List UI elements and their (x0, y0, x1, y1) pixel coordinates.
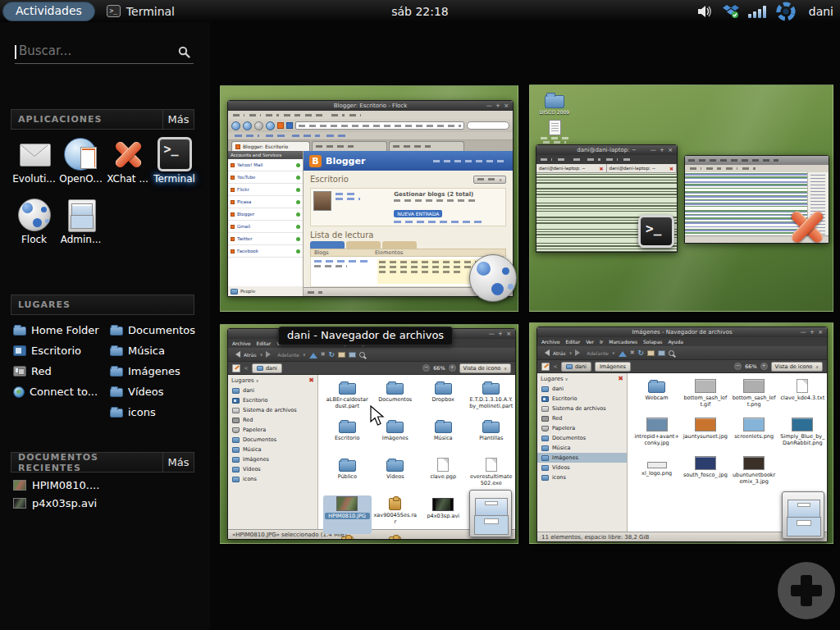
add-workspace-button[interactable] (778, 562, 835, 619)
sidebar-place-item[interactable]: Imágenes (537, 453, 627, 463)
sidebar-place-item[interactable]: Escritorio (537, 394, 627, 404)
file-item[interactable]: xl_logo.png (632, 455, 681, 494)
sidebar-place-item[interactable]: dani (537, 384, 627, 394)
sidebar-place-item[interactable]: icons (228, 474, 317, 484)
dropbox-icon[interactable] (723, 4, 739, 19)
terminal-tab[interactable]: dani@dani-laptop: ~ ✖ (536, 164, 607, 172)
people-row[interactable]: People (228, 286, 303, 296)
refresh-icon[interactable]: ↻ (638, 349, 645, 357)
file-item[interactable]: jauntysunset.jpg (681, 417, 729, 455)
edit-location-icon[interactable] (232, 364, 240, 372)
desktop-folder-icon[interactable]: DISCO 2009 (532, 95, 578, 115)
zoom-in-button[interactable]: + (760, 363, 768, 370)
place-item[interactable]: Imágenes (110, 361, 203, 381)
search-input[interactable] (15, 43, 162, 58)
file-item[interactable]: ru-wog3.rar (323, 534, 372, 540)
sidebar-place-item[interactable]: Vídeos (228, 464, 317, 474)
file-item[interactable]: bottom_sash_left.png (730, 378, 778, 417)
place-item[interactable]: Connect to... (13, 381, 108, 402)
browser-tab-active[interactable]: Blogger: Escritorio (231, 141, 310, 151)
workspace-thumbnail-3[interactable]: — + × ArchivoEditarVerIrMarcadoresSolapa… (220, 324, 518, 544)
zoom-in-button[interactable]: + (449, 364, 456, 372)
recent-document-item[interactable]: p4x03sp.avi (13, 494, 99, 512)
sidebar-place-item[interactable]: Sistema de archivos (228, 405, 317, 415)
sidebar-place-item[interactable]: Vídeos (537, 463, 627, 472)
breadcrumb-imagenes[interactable]: Imágenes (595, 362, 631, 372)
account-item[interactable]: Twitter (228, 233, 303, 245)
workspace-thumbnail-2[interactable]: DISCO 2009 dani@dani-laptop: ~ — + × dan… (529, 84, 833, 312)
search-box[interactable] (15, 43, 194, 64)
sidebar-place-item[interactable]: dani (228, 386, 317, 395)
file-item[interactable]: ubuntunetbookremix_3.jpg (730, 455, 778, 494)
account-item[interactable]: Facebook (228, 245, 303, 258)
up-icon[interactable] (619, 347, 627, 357)
file-manager-window-imagenes[interactable]: Imágenes - Navegador de archivos — + × A… (536, 326, 828, 542)
tab-close-icon[interactable]: ✖ (669, 166, 673, 171)
language-dropdown[interactable]: ∨ (473, 176, 506, 184)
menu-item[interactable]: Ir (600, 339, 603, 345)
close-sidebar-icon[interactable]: ✖ (308, 377, 314, 384)
activities-button[interactable]: Actividades (2, 2, 95, 21)
file-item[interactable]: Escritorio (323, 418, 372, 457)
account-item[interactable]: Blogger (228, 208, 303, 221)
recent-documents-more-button[interactable]: Más (162, 453, 194, 472)
refresh-icon[interactable]: ↻ (329, 350, 336, 358)
network-signal-icon[interactable] (748, 5, 766, 18)
app-launcher[interactable]: Evoluti... (11, 137, 57, 185)
reading-list-tab[interactable] (382, 241, 417, 249)
forward-button[interactable] (243, 121, 252, 130)
file-item[interactable]: Simply_Blue_by_DanRabbit.png (778, 417, 827, 455)
menu-item[interactable]: Archivo (541, 339, 559, 345)
back-icon[interactable] (541, 349, 550, 356)
shutter-swirl-icon[interactable] (775, 1, 797, 22)
sidebar-place-item[interactable]: Documentos (228, 435, 317, 445)
app-launcher[interactable]: Admin... (57, 198, 104, 245)
file-item[interactable]: aLBEr-caldostardust.part (323, 380, 372, 418)
file-manager-window-dani[interactable]: — + × ArchivoEditarVerIrMarcadoresSolapa… (227, 328, 516, 540)
terminal-window[interactable]: dani@dani-laptop: ~ — + × dani@dani-lapt… (536, 144, 678, 253)
sidebar-place-item[interactable]: Papelera (537, 423, 627, 433)
edit-location-icon[interactable] (541, 363, 550, 371)
account-item[interactable]: Gmail (228, 221, 303, 233)
clock[interactable]: sáb 22:18 (391, 5, 449, 18)
menu-item[interactable]: Editar (256, 340, 271, 346)
reading-list-tab[interactable] (346, 241, 381, 249)
sidebar-place-item[interactable]: Red (228, 415, 317, 425)
file-item[interactable]: south_fosco_.jpg (681, 455, 729, 494)
search-icon[interactable] (669, 350, 674, 356)
file-item[interactable]: clave_kde4.3.txt (778, 378, 827, 417)
sidebar-place-item[interactable]: Sistema de archivos (537, 404, 627, 413)
menu-item[interactable]: Marcadores (609, 339, 637, 345)
file-item[interactable]: screenlets.png (730, 417, 778, 455)
sidebar-place-item[interactable]: Documentos (537, 433, 627, 443)
sidebar-place-item[interactable]: icons (537, 472, 627, 482)
home-button[interactable] (266, 121, 275, 130)
file-item[interactable]: intrepid+avant+conky.jpg (632, 417, 681, 455)
home-icon[interactable] (647, 350, 655, 356)
app-launcher[interactable]: OpenO... (57, 137, 104, 185)
sidebar-place-item[interactable]: Imágenes (228, 454, 317, 464)
desktop-document-icon[interactable] (532, 120, 578, 144)
place-item[interactable]: icons (110, 402, 203, 422)
window-controls[interactable]: — + × (486, 101, 509, 111)
place-item[interactable]: Música (110, 340, 203, 361)
file-item[interactable]: E.T.D.1.3.10.A.Y.by_molineti.part (468, 380, 516, 418)
reading-list-tab-active[interactable] (310, 241, 345, 249)
file-item[interactable]: Webcam (632, 378, 681, 417)
menu-item[interactable]: Solapas (643, 339, 662, 345)
tab-close-icon[interactable]: ✖ (599, 166, 603, 171)
reload-button[interactable] (254, 121, 263, 130)
forward-button[interactable]: Adelante (587, 350, 609, 356)
browser-tab[interactable] (389, 141, 464, 151)
file-item[interactable]: Público (323, 457, 372, 495)
place-item[interactable]: Red (13, 361, 108, 381)
file-item[interactable]: p4x03sp.avi (419, 495, 468, 534)
sidebar-place-item[interactable]: Papelera (228, 425, 317, 435)
workspace-thumbnail-1[interactable]: Blogger: Escritorio - Flock — + × (220, 85, 518, 312)
sidebar-place-item[interactable]: Música (537, 443, 627, 453)
window-controls[interactable]: — + × (651, 145, 673, 155)
breadcrumb-dani[interactable]: dani (252, 363, 282, 373)
zoom-out-button[interactable]: − (422, 364, 430, 372)
forward-icon[interactable] (266, 351, 274, 358)
stop-icon[interactable]: ✖ (630, 349, 635, 356)
